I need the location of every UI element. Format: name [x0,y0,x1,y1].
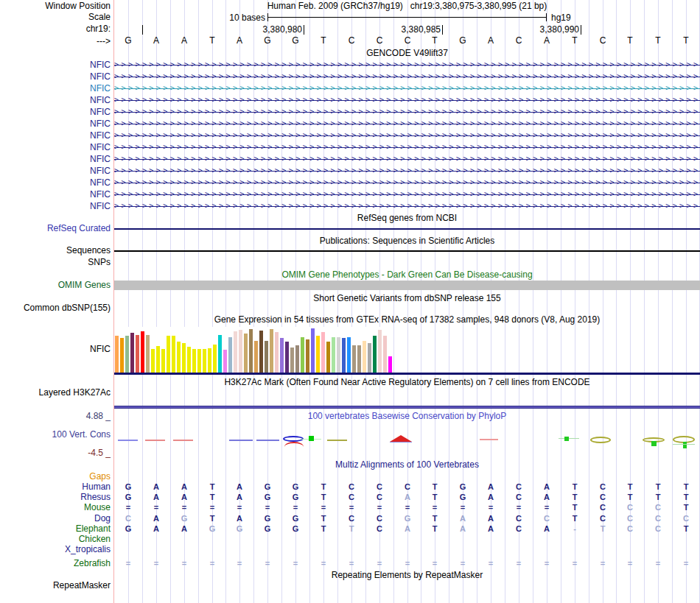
alignment-base: A [538,482,556,492]
conservation-track-title[interactable]: 100 vertebrates Basewise Conservation by… [114,412,700,421]
gtex-expression-chart[interactable] [114,327,393,373]
gtex-bar [368,343,371,373]
gencode-transcript-row[interactable]: >>>>>>>>>>>>>>>>>>>>>>>>>>>>>>>>>>>>>>>>… [114,141,700,153]
gencode-transcript-label[interactable]: NFIC [0,141,111,153]
alignment-base: A [399,523,416,534]
species-label-human[interactable]: Human [0,482,111,492]
gencode-transcript-label[interactable]: NFIC [0,177,111,188]
gtex-bar [234,331,237,373]
transcript-direction-arrows: >>>>>>>>>>>>>>>>>>>>>>>>>>>>>>>>>>>>>>>>… [114,130,700,141]
gencode-transcript-row[interactable]: >>>>>>>>>>>>>>>>>>>>>>>>>>>>>>>>>>>>>>>>… [114,71,700,82]
gencode-transcript-row[interactable]: >>>>>>>>>>>>>>>>>>>>>>>>>>>>>>>>>>>>>>>>… [114,106,700,118]
gencode-transcript-row[interactable]: >>>>>>>>>>>>>>>>>>>>>>>>>>>>>>>>>>>>>>>>… [114,130,700,141]
refseq-track-title[interactable]: RefSeq genes from NCBI [114,214,700,223]
h3k27ac-track-title[interactable]: H3K27Ac Mark (Often Found Near Active Re… [114,378,700,387]
species-label-zebrafish[interactable]: Zebrafish [0,558,111,568]
alignment-base: = [315,558,332,568]
gencode-transcript-label[interactable]: NFIC [0,200,111,212]
alignment-base: G [203,523,221,534]
gtex-bar [177,342,181,373]
repeatmasker-track-title[interactable]: Repeating Elements by RepeatMasker [114,571,700,580]
common-dbsnp-label[interactable]: Common dbSNP(155) [0,303,111,313]
gencode-transcript-label[interactable]: NFIC [0,165,111,177]
alignment-base: = [426,558,444,568]
gencode-transcript-label[interactable]: NFIC [0,118,111,130]
alignment-base: - [566,523,584,534]
alignment-base: = [510,502,528,512]
gencode-transcript-row[interactable]: >>>>>>>>>>>>>>>>>>>>>>>>>>>>>>>>>>>>>>>>… [114,188,700,200]
species-label-gaps[interactable]: Gaps [0,471,111,482]
base-position-label: 3,380,980 [240,24,302,35]
gtex-track-title[interactable]: Gene Expression in 54 tissues from GTEx … [114,315,700,325]
alignment-base: T [566,492,584,502]
alignment-base: T [315,513,332,523]
transcript-direction-arrows: >>>>>>>>>>>>>>>>>>>>>>>>>>>>>>>>>>>>>>>>… [114,141,700,153]
gencode-transcript-label[interactable]: NFIC [0,82,111,94]
multiz-track-title[interactable]: Multiz Alignments of 100 Vertebrates [114,460,700,470]
alignment-base: T [677,482,695,492]
omim-track-title[interactable]: OMIM Gene Phenotypes - Dark Green Can Be… [114,270,700,280]
gtex-bar [208,348,211,373]
gtex-gene-label[interactable]: NFIC [0,345,111,354]
alignment-base: T [621,482,639,492]
gtex-bar [130,333,134,373]
h3k27ac-signal-bar[interactable] [114,406,700,409]
omim-gene-bar[interactable] [114,281,700,290]
species-label-chicken[interactable]: Chicken [0,534,111,544]
alignment-base: G [454,482,472,492]
gencode-transcript-row[interactable]: >>>>>>>>>>>>>>>>>>>>>>>>>>>>>>>>>>>>>>>>… [114,153,700,165]
alignment-base: C [649,502,667,512]
transcript-direction-arrows: >>>>>>>>>>>>>>>>>>>>>>>>>>>>>>>>>>>>>>>>… [114,106,700,118]
gtex-bar [332,337,335,373]
base-position-tick [142,25,143,35]
species-label-elephant[interactable]: Elephant [0,523,111,534]
gencode-track-title[interactable]: GENCODE V49lift37 [114,49,700,58]
gencode-transcript-row[interactable]: >>>>>>>>>>>>>>>>>>>>>>>>>>>>>>>>>>>>>>>>… [114,59,700,71]
gencode-transcript-row[interactable]: >>>>>>>>>>>>>>>>>>>>>>>>>>>>>>>>>>>>>>>>… [114,200,700,212]
strand-arrow[interactable]: ---> [0,37,111,46]
omim-genes-label[interactable]: OMIM Genes [0,281,111,290]
gencode-transcript-row[interactable]: >>>>>>>>>>>>>>>>>>>>>>>>>>>>>>>>>>>>>>>>… [114,82,700,94]
gtex-bar [136,335,139,373]
gencode-transcript-row[interactable]: >>>>>>>>>>>>>>>>>>>>>>>>>>>>>>>>>>>>>>>>… [114,118,700,130]
gtex-bar [295,345,299,373]
gencode-transcript-label[interactable]: NFIC [0,106,111,118]
alignment-base: T [566,502,584,512]
gencode-transcript-label[interactable]: NFIC [0,59,111,71]
transcript-direction-arrows: >>>>>>>>>>>>>>>>>>>>>>>>>>>>>>>>>>>>>>>>… [114,94,700,106]
species-label-rhesus[interactable]: Rhesus [0,492,111,502]
refseq-curated-label[interactable]: RefSeq Curated [0,224,111,233]
window-position-label: Window Position [0,1,111,11]
alignment-base: C [510,513,528,523]
layered-h3k27ac-label[interactable]: Layered H3K27Ac [0,388,111,398]
gencode-transcript-row[interactable]: >>>>>>>>>>>>>>>>>>>>>>>>>>>>>>>>>>>>>>>>… [114,94,700,106]
sequences-label[interactable]: Sequences [0,246,111,255]
dbsnp-track-title[interactable]: Short Genetic Variants from dbSNP releas… [114,294,700,303]
alignment-base: G [454,492,472,502]
gencode-transcript-label[interactable]: NFIC [0,188,111,200]
gencode-transcript-label[interactable]: NFIC [0,71,111,82]
alignment-base: = [147,558,165,568]
refseq-gene-bar[interactable] [114,228,700,230]
gtex-bar [275,332,279,373]
gtex-bar [259,331,263,373]
vert-cons-label[interactable]: 100 Vert. Cons [0,430,111,440]
scale-value: 10 bases [206,13,265,23]
gencode-transcript-row[interactable]: >>>>>>>>>>>>>>>>>>>>>>>>>>>>>>>>>>>>>>>>… [114,177,700,188]
species-label-x_tropicalis[interactable]: X_tropicalis [0,544,111,554]
gencode-transcript-label[interactable]: NFIC [0,153,111,165]
alignment-base: C [649,513,667,523]
gencode-transcript-label[interactable]: NFIC [0,94,111,106]
gencode-transcript-label[interactable]: NFIC [0,130,111,141]
conservation-mark [559,438,579,439]
alignment-base: A [482,523,500,534]
species-label-mouse[interactable]: Mouse [0,502,111,512]
gencode-transcript-row[interactable]: >>>>>>>>>>>>>>>>>>>>>>>>>>>>>>>>>>>>>>>>… [114,165,700,177]
gtex-bar [383,336,387,373]
publications-track-title[interactable]: Publications: Sequences in Scientific Ar… [114,236,700,246]
alignment-base: = [649,558,667,568]
publications-item-bar[interactable] [114,250,700,252]
snps-label[interactable]: SNPs [0,258,111,267]
species-label-dog[interactable]: Dog [0,513,111,523]
repeatmasker-label[interactable]: RepeatMasker [0,581,111,590]
